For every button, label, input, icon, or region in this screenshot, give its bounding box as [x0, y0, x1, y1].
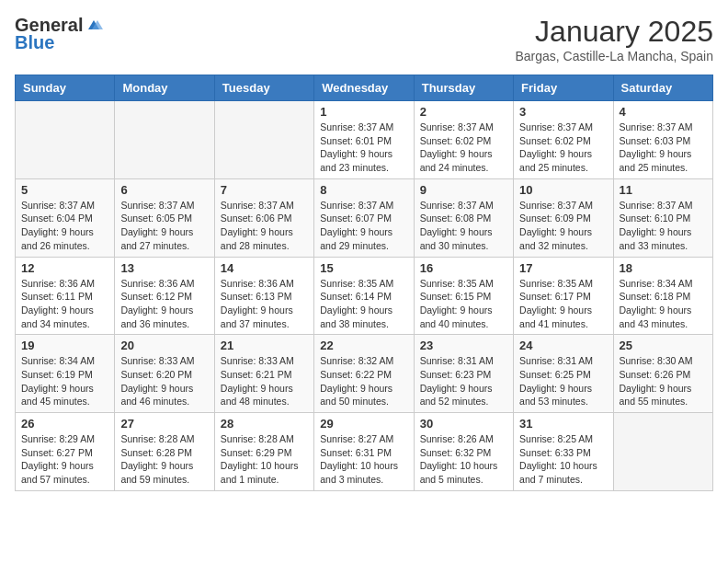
day-info: Sunrise: 8:34 AM Sunset: 6:18 PM Dayligh…: [620, 277, 707, 331]
day-cell: 4Sunrise: 8:37 AM Sunset: 6:03 PM Daylig…: [613, 101, 712, 179]
day-number: 8: [320, 183, 407, 197]
day-cell: 10Sunrise: 8:37 AM Sunset: 6:09 PM Dayli…: [514, 178, 613, 257]
day-info: Sunrise: 8:25 AM Sunset: 6:33 PM Dayligh…: [519, 432, 607, 487]
day-cell: [613, 413, 712, 491]
day-number: 21: [221, 339, 308, 352]
day-number: 25: [620, 339, 707, 352]
weekday-header-row: SundayMondayTuesdayWednesdayThursdayFrid…: [16, 75, 713, 101]
day-number: 17: [519, 261, 607, 275]
day-info: Sunrise: 8:33 AM Sunset: 6:21 PM Dayligh…: [221, 354, 308, 408]
day-cell: 30Sunrise: 8:26 AM Sunset: 6:32 PM Dayli…: [414, 413, 513, 491]
day-number: 11: [620, 183, 707, 197]
weekday-header-friday: Friday: [514, 75, 613, 101]
location: Bargas, Castille-La Mancha, Spain: [515, 49, 713, 63]
day-info: Sunrise: 8:36 AM Sunset: 6:13 PM Dayligh…: [221, 277, 308, 331]
day-cell: 11Sunrise: 8:37 AM Sunset: 6:10 PM Dayli…: [613, 178, 712, 257]
day-cell: 28Sunrise: 8:28 AM Sunset: 6:29 PM Dayli…: [214, 413, 313, 491]
day-cell: 26Sunrise: 8:29 AM Sunset: 6:27 PM Dayli…: [16, 413, 115, 491]
day-info: Sunrise: 8:37 AM Sunset: 6:03 PM Dayligh…: [620, 121, 707, 175]
day-cell: 31Sunrise: 8:25 AM Sunset: 6:33 PM Dayli…: [514, 413, 613, 491]
day-info: Sunrise: 8:37 AM Sunset: 6:05 PM Dayligh…: [120, 199, 208, 253]
day-info: Sunrise: 8:29 AM Sunset: 6:27 PM Dayligh…: [21, 432, 108, 487]
day-number: 16: [420, 261, 507, 275]
day-info: Sunrise: 8:35 AM Sunset: 6:17 PM Dayligh…: [519, 277, 607, 331]
day-number: 2: [420, 105, 507, 119]
calendar-table: SundayMondayTuesdayWednesdayThursdayFrid…: [15, 75, 713, 491]
day-info: Sunrise: 8:34 AM Sunset: 6:19 PM Dayligh…: [21, 354, 108, 408]
day-cell: 5Sunrise: 8:37 AM Sunset: 6:04 PM Daylig…: [16, 178, 115, 257]
day-cell: 27Sunrise: 8:28 AM Sunset: 6:28 PM Dayli…: [115, 413, 214, 491]
day-cell: 18Sunrise: 8:34 AM Sunset: 6:18 PM Dayli…: [613, 257, 712, 335]
day-number: 3: [519, 105, 607, 119]
day-number: 29: [320, 417, 407, 431]
day-number: 6: [120, 183, 208, 197]
month-title: January 2025: [515, 15, 713, 49]
day-number: 14: [221, 261, 308, 275]
day-number: 15: [320, 261, 407, 275]
day-cell: 16Sunrise: 8:35 AM Sunset: 6:15 PM Dayli…: [414, 257, 513, 335]
day-info: Sunrise: 8:37 AM Sunset: 6:10 PM Dayligh…: [620, 199, 707, 253]
day-number: 28: [221, 417, 308, 431]
day-cell: 9Sunrise: 8:37 AM Sunset: 6:08 PM Daylig…: [414, 178, 513, 257]
day-info: Sunrise: 8:37 AM Sunset: 6:01 PM Dayligh…: [320, 121, 407, 175]
day-info: Sunrise: 8:35 AM Sunset: 6:14 PM Dayligh…: [320, 277, 407, 331]
day-cell: 22Sunrise: 8:32 AM Sunset: 6:22 PM Dayli…: [314, 335, 414, 413]
week-row-4: 19Sunrise: 8:34 AM Sunset: 6:19 PM Dayli…: [16, 335, 713, 413]
day-cell: 1Sunrise: 8:37 AM Sunset: 6:01 PM Daylig…: [314, 101, 414, 179]
day-number: 30: [420, 417, 507, 431]
day-cell: 29Sunrise: 8:27 AM Sunset: 6:31 PM Dayli…: [314, 413, 414, 491]
day-cell: 23Sunrise: 8:31 AM Sunset: 6:23 PM Dayli…: [414, 335, 513, 413]
day-number: 18: [620, 261, 707, 275]
day-cell: 25Sunrise: 8:30 AM Sunset: 6:26 PM Dayli…: [613, 335, 712, 413]
day-info: Sunrise: 8:28 AM Sunset: 6:29 PM Dayligh…: [221, 432, 308, 487]
week-row-5: 26Sunrise: 8:29 AM Sunset: 6:27 PM Dayli…: [16, 413, 713, 491]
day-cell: 13Sunrise: 8:36 AM Sunset: 6:12 PM Dayli…: [115, 257, 214, 335]
day-number: 31: [519, 417, 607, 431]
day-info: Sunrise: 8:26 AM Sunset: 6:32 PM Dayligh…: [420, 432, 507, 487]
week-row-2: 5Sunrise: 8:37 AM Sunset: 6:04 PM Daylig…: [16, 178, 713, 257]
day-number: 10: [519, 183, 607, 197]
day-number: 26: [21, 417, 108, 431]
day-cell: 3Sunrise: 8:37 AM Sunset: 6:02 PM Daylig…: [514, 101, 613, 179]
day-number: 19: [21, 339, 108, 352]
day-number: 9: [420, 183, 507, 197]
logo: General Blue: [15, 15, 103, 53]
day-number: 7: [221, 183, 308, 197]
day-info: Sunrise: 8:37 AM Sunset: 6:06 PM Dayligh…: [221, 199, 308, 253]
day-info: Sunrise: 8:35 AM Sunset: 6:15 PM Dayligh…: [420, 277, 507, 331]
day-cell: 14Sunrise: 8:36 AM Sunset: 6:13 PM Dayli…: [214, 257, 313, 335]
week-row-3: 12Sunrise: 8:36 AM Sunset: 6:11 PM Dayli…: [16, 257, 713, 335]
day-info: Sunrise: 8:30 AM Sunset: 6:26 PM Dayligh…: [620, 354, 707, 408]
day-info: Sunrise: 8:27 AM Sunset: 6:31 PM Dayligh…: [320, 432, 407, 487]
day-number: 27: [120, 417, 208, 431]
weekday-header-thursday: Thursday: [414, 75, 513, 101]
day-cell: 20Sunrise: 8:33 AM Sunset: 6:20 PM Dayli…: [115, 335, 214, 413]
day-cell: [115, 101, 214, 179]
day-info: Sunrise: 8:31 AM Sunset: 6:25 PM Dayligh…: [519, 354, 607, 408]
day-cell: [16, 101, 115, 179]
day-number: 1: [320, 105, 407, 119]
day-cell: 6Sunrise: 8:37 AM Sunset: 6:05 PM Daylig…: [115, 178, 214, 257]
day-info: Sunrise: 8:37 AM Sunset: 6:07 PM Dayligh…: [320, 199, 407, 253]
weekday-header-tuesday: Tuesday: [214, 75, 313, 101]
day-cell: 12Sunrise: 8:36 AM Sunset: 6:11 PM Dayli…: [16, 257, 115, 335]
day-info: Sunrise: 8:33 AM Sunset: 6:20 PM Dayligh…: [120, 354, 208, 408]
week-row-1: 1Sunrise: 8:37 AM Sunset: 6:01 PM Daylig…: [16, 101, 713, 179]
logo-blue: Blue: [15, 32, 54, 53]
day-number: 12: [21, 261, 108, 275]
day-info: Sunrise: 8:37 AM Sunset: 6:02 PM Dayligh…: [420, 121, 507, 175]
day-number: 13: [120, 261, 208, 275]
day-cell: 19Sunrise: 8:34 AM Sunset: 6:19 PM Dayli…: [16, 335, 115, 413]
day-cell: [214, 101, 313, 179]
day-info: Sunrise: 8:37 AM Sunset: 6:02 PM Dayligh…: [519, 121, 607, 175]
day-info: Sunrise: 8:36 AM Sunset: 6:11 PM Dayligh…: [21, 277, 108, 331]
day-cell: 21Sunrise: 8:33 AM Sunset: 6:21 PM Dayli…: [214, 335, 313, 413]
day-cell: 24Sunrise: 8:31 AM Sunset: 6:25 PM Dayli…: [514, 335, 613, 413]
day-info: Sunrise: 8:32 AM Sunset: 6:22 PM Dayligh…: [320, 354, 407, 408]
day-cell: 17Sunrise: 8:35 AM Sunset: 6:17 PM Dayli…: [514, 257, 613, 335]
day-info: Sunrise: 8:36 AM Sunset: 6:12 PM Dayligh…: [120, 277, 208, 331]
day-number: 4: [620, 105, 707, 119]
page-header: General Blue January 2025 Bargas, Castil…: [15, 15, 713, 63]
weekday-header-sunday: Sunday: [16, 75, 115, 101]
weekday-header-wednesday: Wednesday: [314, 75, 414, 101]
